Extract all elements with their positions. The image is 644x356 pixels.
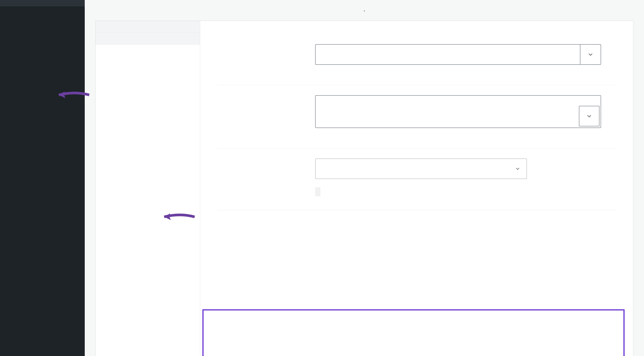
field-label [217,44,305,72]
page-subtitle: . [85,5,644,13]
page-header: . [85,0,644,21]
settings-form [200,21,633,356]
schema-type-select[interactable] [315,158,527,179]
wp-admin-sidebar [0,0,85,356]
settings-nav-section-post [96,33,200,45]
single-post-description-input[interactable] [316,96,578,127]
field-schema-type [217,148,616,210]
annotation-highlight-box [202,309,625,356]
code-chip [315,187,320,196]
single-post-title-input-wrap [315,44,601,65]
chevron-down-icon [515,166,521,172]
single-post-title-input[interactable] [316,45,580,64]
field-label [217,95,305,135]
settings-nav [96,21,200,356]
field-single-post-description [217,85,616,148]
field-label [217,158,305,197]
main-content: . [85,0,644,356]
field-help [315,186,601,197]
variable-dropdown-button[interactable] [580,45,601,64]
field-single-post-title [217,34,616,85]
single-post-description-input-wrap [315,95,601,128]
settings-nav-section-post-types [96,21,200,33]
variable-dropdown-button[interactable] [579,106,600,126]
